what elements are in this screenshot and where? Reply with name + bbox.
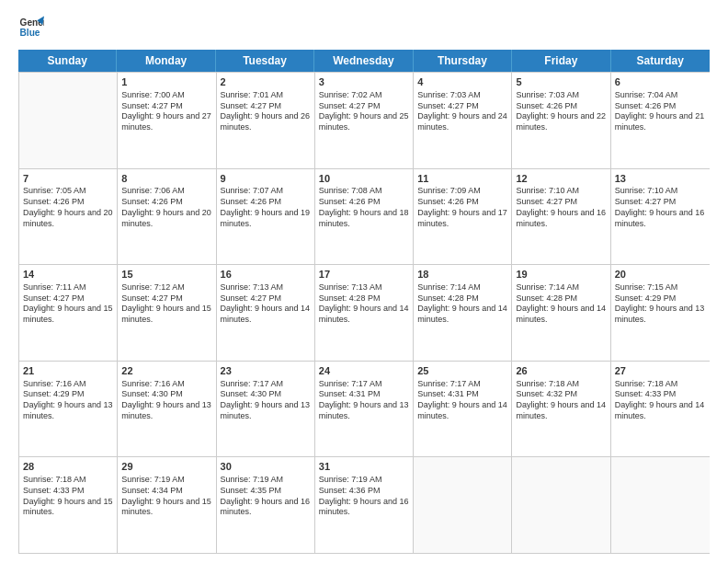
cell-detail: Sunrise: 7:14 AMSunset: 4:28 PMDaylight:… xyxy=(516,282,606,326)
cell-detail: Sunrise: 7:17 AMSunset: 4:30 PMDaylight:… xyxy=(221,379,311,422)
header-day: Tuesday xyxy=(216,50,314,72)
day-number: 17 xyxy=(319,268,409,282)
calendar-row: 14Sunrise: 7:11 AMSunset: 4:27 PMDayligh… xyxy=(19,264,710,361)
calendar-cell: 19Sunrise: 7:14 AMSunset: 4:28 PMDayligh… xyxy=(512,265,610,361)
calendar-cell: 23Sunrise: 7:17 AMSunset: 4:30 PMDayligh… xyxy=(217,362,315,457)
cell-detail: Sunrise: 7:01 AMSunset: 4:27 PMDaylight:… xyxy=(221,90,311,133)
day-number: 24 xyxy=(319,364,409,378)
day-number: 14 xyxy=(23,268,113,282)
calendar-cell: 21Sunrise: 7:16 AMSunset: 4:29 PMDayligh… xyxy=(19,362,118,457)
calendar-cell: 29Sunrise: 7:19 AMSunset: 4:34 PMDayligh… xyxy=(118,457,216,553)
cell-detail: Sunrise: 7:06 AMSunset: 4:26 PMDaylight:… xyxy=(121,186,211,229)
calendar-cell xyxy=(414,457,512,553)
calendar-cell: 24Sunrise: 7:17 AMSunset: 4:31 PMDayligh… xyxy=(315,362,414,457)
calendar-cell: 9Sunrise: 7:07 AMSunset: 4:26 PMDaylight… xyxy=(217,169,315,265)
day-number: 2 xyxy=(221,75,311,89)
cell-detail: Sunrise: 7:08 AMSunset: 4:26 PMDaylight:… xyxy=(319,186,409,229)
header-day: Saturday xyxy=(611,50,710,72)
cell-detail: Sunrise: 7:02 AMSunset: 4:27 PMDaylight:… xyxy=(319,90,409,133)
cell-detail: Sunrise: 7:09 AMSunset: 4:26 PMDaylight:… xyxy=(417,186,507,229)
day-number: 28 xyxy=(23,460,113,474)
calendar-cell xyxy=(611,457,710,553)
day-number: 26 xyxy=(516,364,606,378)
cell-detail: Sunrise: 7:17 AMSunset: 4:31 PMDaylight:… xyxy=(319,379,409,422)
cell-detail: Sunrise: 7:14 AMSunset: 4:28 PMDaylight:… xyxy=(417,282,507,326)
calendar-cell: 27Sunrise: 7:18 AMSunset: 4:33 PMDayligh… xyxy=(611,362,710,457)
day-number: 10 xyxy=(319,172,409,186)
calendar-cell: 18Sunrise: 7:14 AMSunset: 4:28 PMDayligh… xyxy=(414,265,512,361)
calendar-cell: 20Sunrise: 7:15 AMSunset: 4:29 PMDayligh… xyxy=(611,265,710,361)
day-number: 21 xyxy=(23,364,113,378)
day-number: 15 xyxy=(121,268,211,282)
calendar-cell xyxy=(19,73,118,168)
cell-detail: Sunrise: 7:13 AMSunset: 4:28 PMDaylight:… xyxy=(319,282,409,326)
header-day: Friday xyxy=(512,50,610,72)
day-number: 8 xyxy=(121,172,211,186)
calendar-cell: 30Sunrise: 7:19 AMSunset: 4:35 PMDayligh… xyxy=(217,457,315,553)
calendar-cell: 11Sunrise: 7:09 AMSunset: 4:26 PMDayligh… xyxy=(414,169,512,265)
day-number: 30 xyxy=(221,460,311,474)
day-number: 12 xyxy=(516,172,606,186)
page-header: General Blue xyxy=(18,15,710,40)
day-number: 11 xyxy=(417,172,507,186)
day-number: 18 xyxy=(417,268,507,282)
cell-detail: Sunrise: 7:13 AMSunset: 4:27 PMDaylight:… xyxy=(221,282,311,326)
header-day: Monday xyxy=(117,50,215,72)
day-number: 19 xyxy=(516,268,606,282)
header-day: Thursday xyxy=(414,50,512,72)
calendar-row: 1Sunrise: 7:00 AMSunset: 4:27 PMDaylight… xyxy=(19,72,710,168)
cell-detail: Sunrise: 7:15 AMSunset: 4:29 PMDaylight:… xyxy=(615,282,706,326)
cell-detail: Sunrise: 7:18 AMSunset: 4:33 PMDaylight:… xyxy=(23,475,113,518)
calendar-cell: 25Sunrise: 7:17 AMSunset: 4:31 PMDayligh… xyxy=(414,362,512,457)
calendar-cell: 16Sunrise: 7:13 AMSunset: 4:27 PMDayligh… xyxy=(217,265,315,361)
calendar-cell: 17Sunrise: 7:13 AMSunset: 4:28 PMDayligh… xyxy=(315,265,414,361)
calendar: SundayMondayTuesdayWednesdayThursdayFrid… xyxy=(18,50,710,554)
calendar-cell: 22Sunrise: 7:16 AMSunset: 4:30 PMDayligh… xyxy=(118,362,216,457)
calendar-header: SundayMondayTuesdayWednesdayThursdayFrid… xyxy=(18,50,710,72)
day-number: 13 xyxy=(615,172,706,186)
day-number: 1 xyxy=(121,75,211,89)
calendar-cell: 6Sunrise: 7:04 AMSunset: 4:26 PMDaylight… xyxy=(611,73,710,168)
calendar-cell: 14Sunrise: 7:11 AMSunset: 4:27 PMDayligh… xyxy=(19,265,118,361)
cell-detail: Sunrise: 7:18 AMSunset: 4:32 PMDaylight:… xyxy=(516,379,606,422)
cell-detail: Sunrise: 7:03 AMSunset: 4:27 PMDaylight:… xyxy=(417,90,507,133)
calendar-cell: 10Sunrise: 7:08 AMSunset: 4:26 PMDayligh… xyxy=(315,169,414,265)
day-number: 7 xyxy=(23,172,113,186)
svg-text:Blue: Blue xyxy=(20,28,40,38)
calendar-cell: 28Sunrise: 7:18 AMSunset: 4:33 PMDayligh… xyxy=(19,457,118,553)
calendar-cell: 2Sunrise: 7:01 AMSunset: 4:27 PMDaylight… xyxy=(217,73,315,168)
day-number: 23 xyxy=(221,364,311,378)
calendar-row: 28Sunrise: 7:18 AMSunset: 4:33 PMDayligh… xyxy=(19,456,710,553)
cell-detail: Sunrise: 7:04 AMSunset: 4:26 PMDaylight:… xyxy=(615,90,706,133)
header-day: Wednesday xyxy=(314,50,413,72)
logo: General Blue xyxy=(18,15,44,40)
calendar-cell: 8Sunrise: 7:06 AMSunset: 4:26 PMDaylight… xyxy=(118,169,216,265)
cell-detail: Sunrise: 7:19 AMSunset: 4:36 PMDaylight:… xyxy=(319,475,409,518)
calendar-cell: 15Sunrise: 7:12 AMSunset: 4:27 PMDayligh… xyxy=(118,265,216,361)
calendar-cell: 1Sunrise: 7:00 AMSunset: 4:27 PMDaylight… xyxy=(118,73,216,168)
calendar-cell: 26Sunrise: 7:18 AMSunset: 4:32 PMDayligh… xyxy=(512,362,610,457)
cell-detail: Sunrise: 7:00 AMSunset: 4:27 PMDaylight:… xyxy=(121,90,211,133)
cell-detail: Sunrise: 7:03 AMSunset: 4:26 PMDaylight:… xyxy=(516,90,606,133)
calendar-cell: 12Sunrise: 7:10 AMSunset: 4:27 PMDayligh… xyxy=(512,169,610,265)
calendar-cell: 5Sunrise: 7:03 AMSunset: 4:26 PMDaylight… xyxy=(512,73,610,168)
cell-detail: Sunrise: 7:16 AMSunset: 4:30 PMDaylight:… xyxy=(121,379,211,422)
calendar-cell: 31Sunrise: 7:19 AMSunset: 4:36 PMDayligh… xyxy=(315,457,414,553)
day-number: 9 xyxy=(221,172,311,186)
calendar-cell: 7Sunrise: 7:05 AMSunset: 4:26 PMDaylight… xyxy=(19,169,118,265)
cell-detail: Sunrise: 7:12 AMSunset: 4:27 PMDaylight:… xyxy=(121,282,211,326)
cell-detail: Sunrise: 7:18 AMSunset: 4:33 PMDaylight:… xyxy=(615,379,706,422)
cell-detail: Sunrise: 7:11 AMSunset: 4:27 PMDaylight:… xyxy=(23,282,113,326)
day-number: 29 xyxy=(121,460,211,474)
day-number: 27 xyxy=(615,364,706,378)
calendar-row: 7Sunrise: 7:05 AMSunset: 4:26 PMDaylight… xyxy=(19,168,710,265)
day-number: 22 xyxy=(121,364,211,378)
cell-detail: Sunrise: 7:19 AMSunset: 4:35 PMDaylight:… xyxy=(221,475,311,518)
cell-detail: Sunrise: 7:19 AMSunset: 4:34 PMDaylight:… xyxy=(121,475,211,518)
logo-icon: General Blue xyxy=(18,15,44,40)
day-number: 4 xyxy=(417,75,507,89)
header-day: Sunday xyxy=(18,50,117,72)
calendar-body: 1Sunrise: 7:00 AMSunset: 4:27 PMDaylight… xyxy=(18,72,710,554)
calendar-cell: 3Sunrise: 7:02 AMSunset: 4:27 PMDaylight… xyxy=(315,73,414,168)
day-number: 20 xyxy=(615,268,706,282)
